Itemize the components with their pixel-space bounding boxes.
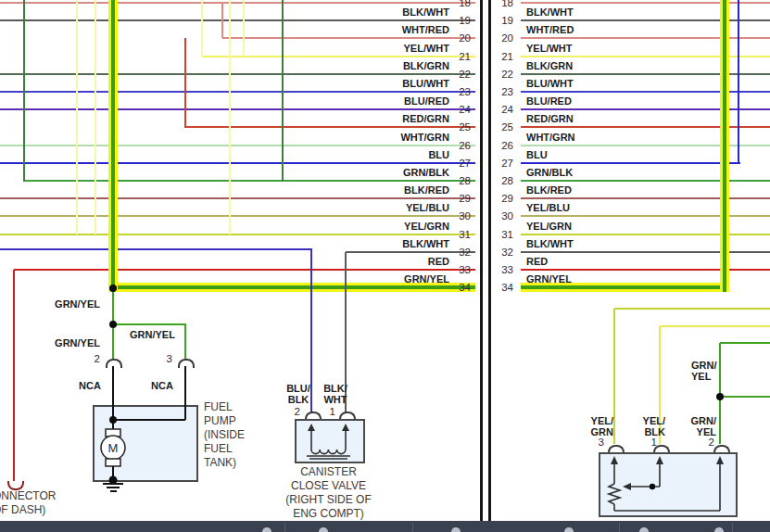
wire-pale-yellow-vertical-4 [229,0,231,234]
pin-number-right-28: 28 [493,175,513,186]
wire-right-33 [521,269,770,271]
pin-number-left-34: 34 [450,282,471,293]
fuel-pump-pin-3-number: 3 [161,353,172,364]
wire-pale-yellow-vertical-2 [95,0,96,234]
wire-pale-yellow-vertical-1 [76,0,78,234]
wire-left-31 [0,234,475,235]
wire-left-34-core [113,285,475,289]
wire-left-27 [0,162,475,164]
wire-right-25 [521,126,770,128]
taskbar-icon[interactable] [714,527,724,532]
taskbar-icon[interactable] [262,527,271,532]
wire-grn-vertical-2 [282,0,284,182]
pin-number-left-20: 20 [450,32,471,44]
svg-text:M: M [108,441,119,455]
taskbar-icon[interactable] [451,527,461,532]
fuel-pump-motor-symbol: M [93,405,197,494]
taskbar-icon[interactable] [639,527,649,532]
canister-pin-2-number: 2 [289,406,300,417]
connector-divider-right-bar [488,0,491,521]
wire-right-34-core [521,285,728,289]
wire-yel-grn-sensor [614,308,770,310]
wire-label-right-22: BLK/GRN [526,60,573,71]
wire-grn-yel-main-right-core [723,0,726,292]
pin-number-right-27: 27 [493,158,513,169]
wire-grn-yel-branch-right [720,396,770,398]
junction-dot [716,393,724,400]
wire-label-left-26: WHT/GRN [310,132,449,143]
wire-left-18 [0,2,475,4]
canister-pin1-wire-label: BLK/ WHT [315,383,356,405]
wire-blu-vertical-right [738,0,740,164]
wire-nca-pin2 [112,366,115,406]
wire-label-left-23: BLU/WHT [310,78,449,89]
wire-left-29 [0,197,475,199]
wire-label-right-25: RED/GRN [526,113,574,124]
wire-label-left-22: BLK/GRN [310,60,449,71]
wire-label-right-24: BLU/RED [526,95,572,107]
fuel-pump-pin-2-connector-icon [106,359,122,368]
pin-number-left-33: 33 [450,264,471,275]
pin-number-left-29: 29 [450,193,471,204]
pin-number-left-26: 26 [450,140,471,151]
fuel-pump-name: FUEL PUMP (INSIDE FUEL TANK) [204,400,245,470]
wire-label-left-33: RED [310,256,449,267]
wire-right-20 [521,37,770,39]
pin-number-right-26: 26 [493,140,513,151]
wire-label-right-31: YEL/GRN [526,221,572,232]
wire-label-left-31: YEL/GRN [310,221,449,232]
wire-label-left-29: BLK/RED [310,184,449,196]
sensor-pin3-wire-label: YEL/ GRN [573,415,613,437]
wire-label-right-27: BLU [526,149,548,160]
junction-dot [109,285,117,292]
wire-red-down-to-dash-connector [13,270,16,481]
wire-right-27 [521,162,740,164]
wire-pale-yellow-vertical-5 [243,0,245,57]
pin-number-right-23: 23 [493,86,513,97]
pin-number-right-32: 32 [493,247,513,258]
wire-left-20 [222,37,475,39]
wire-grn-yel-main-left-core [111,0,115,292]
connector-divider-left-bar [480,0,483,521]
wire-right-24 [521,108,770,110]
wire-label-right-30: YEL/BLU [526,202,570,213]
sensor-pin-2-number: 2 [703,437,714,448]
taskbar-divider [619,523,620,532]
sensor-pin-3-number: 3 [593,437,604,448]
pin-number-left-30: 30 [450,210,471,222]
dash-connector-label: ONNECTOR OF DASH) [0,489,56,517]
wire-label-left-28: GRN/BLK [310,167,449,178]
wire-pale-yellow-vertical-3 [201,0,203,57]
wire-wht-red-jog [221,3,223,38]
fuel-pump-pin-2-number: 2 [89,353,100,364]
pin-number-right-30: 30 [493,210,513,222]
wire-label-right-19: BLK/WHT [526,6,574,18]
sensor-upper-wire-label: GRN/ YEL [691,360,717,382]
wire-nca-pin3 [184,366,187,406]
wire-right-21 [521,56,770,57]
wire-label-grn-yel-2: GRN/YEL [130,329,175,340]
pin-number-right-25: 25 [493,121,513,133]
wire-grn-vertical-1 [23,0,25,182]
wire-left-23 [0,91,475,93]
pin-number-left-27: 27 [450,158,471,169]
canister-pin-1-number: 1 [324,406,335,417]
taskbar-icon[interactable] [564,527,574,532]
wire-label-grn-yel-1: GRN/YEL [44,298,100,310]
wiring-diagram-page: 1818BLK/WHT19BLK/WHT19WHT/RED20WHT/RED20… [0,0,770,532]
canister-solenoid-symbol [295,419,363,462]
wire-left-33 [14,269,475,271]
wire-left-30 [0,215,475,217]
canister-pin2-wire-label: BLU/ BLK [278,383,319,405]
sensor-pin2-wire-label: GRN/ YEL [678,415,716,437]
nca-label-left: NCA [79,380,101,391]
pin-number-left-21: 21 [450,51,471,62]
pin-number-left-28: 28 [450,175,471,186]
wire-right-28 [521,180,770,182]
wire-label-grn-yel-3: GRN/YEL [44,337,100,348]
fuel-pump-pin-3-connector-icon [178,359,195,368]
taskbar-icon[interactable] [319,527,328,532]
pin-number-right-24: 24 [493,104,513,115]
wire-right-22 [521,73,770,75]
pin-number-left-22: 22 [450,69,471,80]
